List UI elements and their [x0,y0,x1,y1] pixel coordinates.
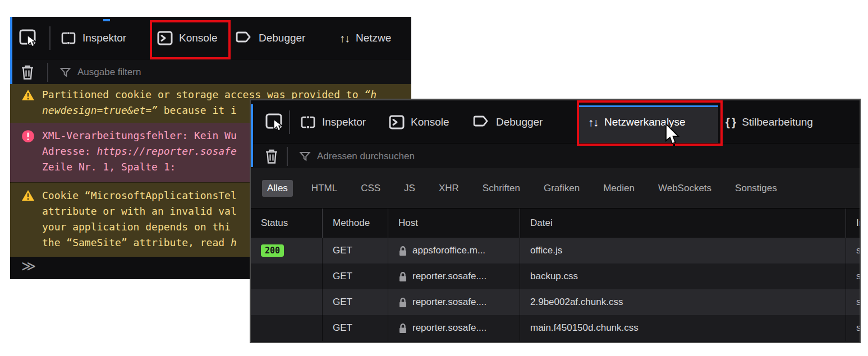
message-url: https://reporter.sosafe [97,145,237,157]
request-type-filterbar: Alles HTML CSS JS XHR Schriften Grafiken… [251,168,860,209]
tab-label: Konsole [179,32,218,44]
request-row[interactable]: GET reporter.sosafe.... backup.css st [251,263,860,289]
filter-type-js[interactable]: JS [399,180,420,197]
filter-funnel-icon [59,66,71,78]
request-row[interactable]: 200 GET appsforoffice.m... office.js sc [251,238,860,263]
method-cell: GET [323,238,388,263]
tab-konsole[interactable]: Konsole [389,114,449,130]
debugger-icon [236,30,252,46]
toolbar-separator [289,110,290,134]
column-header-initiator[interactable]: In [846,209,860,238]
initiator-cell: sc [846,238,860,263]
tab-label: Netzwe [356,32,391,44]
clear-console-button[interactable] [20,64,35,81]
devtools-network-window: Inspektor Konsole Debugger ↑↓ Netzwerkan… [251,100,860,342]
request-row[interactable]: GET reporter.sosafe.... main.f450150d.ch… [251,315,860,341]
file-cell: backup.css [520,263,846,289]
tab-stilbearbeitung[interactable]: { } Stilbearbeitung [725,115,813,128]
tab-netzwerkanalyse[interactable]: ↑↓ Netzwe [339,31,391,44]
message-text: your application depends on thi [42,221,231,233]
toolbar-separator [47,63,48,82]
message-url: h [231,237,237,248]
lock-icon [398,323,407,334]
host-text: reporter.sosafe.... [412,297,486,308]
host-text: reporter.sosafe.... [412,322,486,334]
active-tab-indicator [103,19,110,21]
tab-debugger[interactable]: Debugger [473,114,543,130]
file-cell: office.js [520,238,846,263]
column-header-host[interactable]: Host [388,209,520,238]
trash-icon [264,148,279,165]
host-cell: reporter.sosafe.... [388,289,520,315]
filter-type-websockets[interactable]: WebSockets [653,180,717,197]
table-header-row: Status Methode Host Datei In [251,209,860,238]
tab-label: Inspektor [82,32,126,44]
column-header-status[interactable]: Status [251,209,323,238]
network-filterbar: Adressen durchsuchen [251,143,860,169]
tab-debugger[interactable]: Debugger [236,30,305,46]
filter-placeholder: Ausgabe filtern [77,67,141,78]
method-cell: GET [323,315,388,341]
initiator-cell: st [846,315,860,341]
error-icon [21,130,35,143]
initiator-cell: st [846,289,860,315]
warning-icon [21,189,35,201]
devtools-tabbar: Inspektor Konsole Debugger ↑↓ Netzwerkan… [251,101,860,143]
request-table: Status Methode Host Datei In 200 GET app… [251,209,860,342]
window-accent-strip [251,104,253,167]
braces-icon: { } [725,115,736,128]
file-cell: 2.9be002af.chunk.css [520,289,846,315]
lock-icon [398,271,407,282]
tab-label: Debugger [496,116,543,128]
clear-requests-button[interactable] [264,148,279,165]
request-row[interactable]: GET reporter.sosafe.... 2.9be002af.chunk… [251,289,860,315]
toolbar-separator [287,147,288,166]
filter-type-schriften[interactable]: Schriften [477,180,525,197]
filter-type-sonstiges[interactable]: Sonstiges [730,180,782,197]
host-text: appsforoffice.m... [412,245,485,256]
filter-type-css[interactable]: CSS [356,180,385,197]
filter-placeholder: Adressen durchsuchen [317,151,415,162]
host-cell: appsforoffice.m... [388,238,520,263]
tab-inspektor[interactable]: Inspektor [300,114,366,130]
window-accent-strip [10,17,12,84]
console-prompt-chevrons: ≫ [21,258,36,274]
filter-type-html[interactable]: HTML [306,180,342,197]
message-text: Cookie “MicrosoftApplicationsTel [42,189,237,201]
filter-type-medien[interactable]: Medien [598,180,640,197]
console-filterbar: Ausgabe filtern [10,59,411,85]
host-cell: reporter.sosafe.... [388,263,520,289]
filter-type-xhr[interactable]: XHR [434,180,464,197]
host-cell: reporter.sosafe.... [388,315,520,341]
message-text: attribute or with an invalid val [42,205,237,217]
message-text: XML-Verarbeitungsfehler: Kein Wu [42,130,237,141]
url-filter-input[interactable]: Adressen durchsuchen [299,150,415,162]
devtools-tabbar: Inspektor Konsole Debugger ↑↓ Netzwe [10,17,411,59]
inspector-icon [300,114,316,130]
console-icon [389,114,405,130]
pick-element-button[interactable] [19,29,38,47]
column-header-datei[interactable]: Datei [520,209,846,238]
tab-inspektor[interactable]: Inspektor [61,30,126,46]
filter-type-alles[interactable]: Alles [262,180,293,197]
lock-icon [398,297,407,308]
tab-label: Inspektor [322,116,366,128]
pick-element-button[interactable] [265,113,284,131]
console-filter-input[interactable]: Ausgabe filtern [59,66,141,78]
filter-type-grafiken[interactable]: Grafiken [539,180,585,197]
message-text: Partitioned cookie or storage access was… [42,89,364,100]
filter-funnel-icon [299,150,311,162]
active-tab-indicator [579,105,718,107]
message-text: because it i [158,104,237,116]
network-arrows-icon: ↑↓ [339,31,350,44]
tab-konsole[interactable]: Konsole [157,30,218,46]
tab-label: Stilbearbeitung [742,116,813,128]
host-text: reporter.sosafe.... [412,271,486,282]
lock-icon [398,246,407,256]
message-text: Adresse: [42,145,97,157]
method-cell: GET [323,289,388,315]
column-header-methode[interactable]: Methode [323,209,388,238]
tab-label: Konsole [411,116,449,128]
warning-icon [21,89,35,101]
status-badge: 200 [261,244,284,257]
